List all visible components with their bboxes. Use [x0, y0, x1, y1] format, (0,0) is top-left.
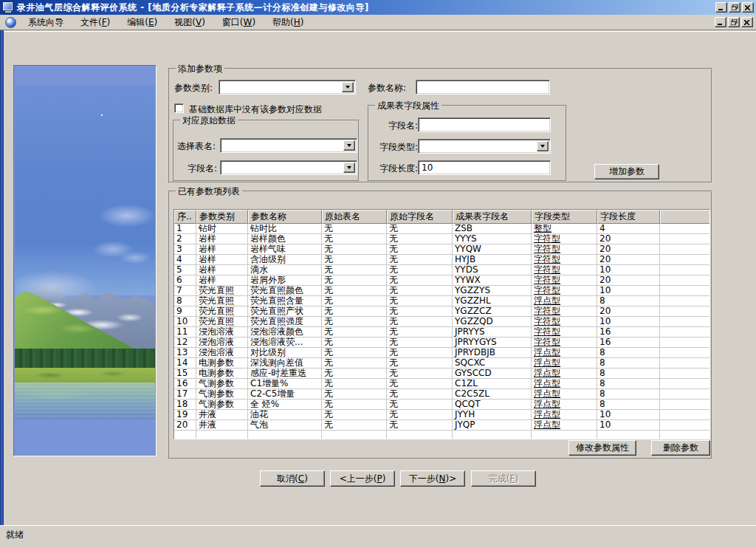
- table-cell: 17: [174, 389, 196, 400]
- minimize-button[interactable]: [715, 2, 727, 13]
- table-cell: 8: [597, 389, 660, 400]
- raw-field-name-select[interactable]: [220, 160, 357, 175]
- table-row[interactable]: 3岩样岩样气味无无YYQW字符型20: [174, 244, 710, 255]
- select-table-select[interactable]: [220, 138, 357, 153]
- table-cell: 无: [387, 420, 453, 431]
- cancel-button[interactable]: 取消(C): [260, 470, 325, 487]
- table-cell: [660, 400, 710, 410]
- table-cell: 无: [322, 379, 387, 389]
- table-row[interactable]: 15电测参数感应-时差重迭无无GYSCCD浮点型8: [174, 369, 710, 379]
- table-row[interactable]: 17气测参数C2-C5增量无无C2C5ZL浮点型8: [174, 389, 710, 400]
- field-type-dropdown-button[interactable]: [537, 141, 549, 151]
- field-type-select[interactable]: [418, 139, 551, 154]
- table-cell: 无: [387, 410, 453, 420]
- finish-button[interactable]: 完成(F): [471, 470, 536, 487]
- table-row[interactable]: 8荧光直照荧光直照含量无无YGZZHL浮点型8: [174, 296, 710, 306]
- column-header-7[interactable]: 字段长度: [597, 210, 660, 224]
- table-cell: 无: [387, 369, 453, 379]
- delete-param-button[interactable]: 删除参数: [651, 440, 710, 456]
- table-cell: 无: [387, 379, 453, 389]
- table-cell: 浸泡溶液颜色: [248, 327, 322, 338]
- mdi-close-button[interactable]: [741, 17, 753, 27]
- mdi-minimize-button[interactable]: [715, 17, 726, 27]
- table-row[interactable]: 1钻时钻时比无无ZSB整型4: [174, 224, 710, 234]
- menu-item-help[interactable]: 帮助(H): [267, 15, 309, 30]
- table-cell: SQCXC: [453, 358, 532, 369]
- menu-item-system-wizard[interactable]: 系统向导: [23, 15, 69, 30]
- window-title: 录井油气层综合解释评价系统 - [地质分析专家解释子系统—计分标准创建与修改向导…: [17, 1, 369, 14]
- table-cell: C2C5ZL: [453, 389, 532, 400]
- table-cell: 无: [387, 400, 453, 410]
- table-row[interactable]: 5岩样滴水无无YYDS字符型10: [174, 265, 710, 275]
- table-row[interactable]: 12浸泡溶液浸泡溶液荧...无无JPRYYGYS字符型16: [174, 338, 710, 348]
- child-window-menu-icon[interactable]: [5, 17, 16, 28]
- monitor-stand: [5, 11, 11, 13]
- table-cell: 油花: [248, 410, 322, 420]
- table-row[interactable]: 19井液油花无无JYYH浮点型10: [174, 410, 710, 420]
- table-cell: C1ZL: [453, 379, 532, 389]
- table-cell: 1: [174, 224, 196, 234]
- table-row[interactable]: 18气测参数全 烃%无无QCQT浮点型8: [174, 400, 710, 410]
- table-cell: 深浅测向差值: [248, 358, 322, 369]
- table-cell: 井液: [196, 420, 248, 431]
- table-cell: 井液: [196, 410, 248, 420]
- table-row[interactable]: 9荧光直照荧光直照产状无无YGZZCZ字符型20: [174, 306, 710, 317]
- column-header-0[interactable]: 序..: [174, 210, 196, 224]
- table-cell: 10: [597, 317, 660, 327]
- table-cell: 9: [174, 306, 196, 317]
- table-cell: 电测参数: [196, 369, 248, 379]
- table-cell: 浮点型: [532, 420, 597, 431]
- no-data-checkbox[interactable]: [174, 103, 184, 113]
- table-row[interactable]: 7荧光直照荧光直照颜色无无YGZZYS字符型10: [174, 286, 710, 296]
- table-cell: 无: [322, 275, 387, 286]
- column-header-5[interactable]: 成果表字段名: [453, 210, 532, 224]
- table-row[interactable]: 11浸泡溶液浸泡溶液颜色无无JPRYYS字符型16: [174, 327, 710, 338]
- table-cell: 无: [322, 317, 387, 327]
- param-name-input[interactable]: [416, 80, 550, 95]
- table-cell: 无: [322, 296, 387, 306]
- photo-canvas: [15, 66, 155, 455]
- menu-item-file[interactable]: 文件(F): [75, 15, 115, 30]
- table-row[interactable]: 2岩样岩样颜色无无YYYS字符型20: [174, 234, 710, 244]
- mdi-restore-button[interactable]: [728, 17, 740, 27]
- table-cell: 8: [597, 379, 660, 389]
- close-button[interactable]: [742, 2, 754, 13]
- table-cell: JPRYYGYS: [453, 338, 532, 348]
- modify-param-button[interactable]: 修改参数属性: [568, 440, 636, 456]
- table-row[interactable]: 20井液气泡无无JYQP浮点型10: [174, 420, 710, 431]
- field-length-input[interactable]: [418, 160, 551, 175]
- param-category-dropdown-button[interactable]: [342, 82, 354, 92]
- menu-item-view[interactable]: 视图(V): [169, 15, 210, 30]
- table-cell: 气测参数: [196, 379, 248, 389]
- table-cell: 15: [174, 369, 196, 379]
- column-header-3[interactable]: 原始表名: [322, 210, 387, 224]
- raw-field-name-dropdown-button[interactable]: [343, 162, 355, 173]
- table-cell: 无: [322, 327, 387, 338]
- table-cell: 字符型: [532, 265, 597, 275]
- table-cell: 岩样: [196, 234, 248, 244]
- table-cell: 无: [322, 224, 387, 234]
- column-header-2[interactable]: 参数名称: [248, 210, 322, 224]
- column-header-1[interactable]: 参数类别: [196, 210, 248, 224]
- param-category-select[interactable]: [219, 80, 356, 95]
- add-param-button[interactable]: 增加参数: [594, 164, 659, 179]
- prev-step-button[interactable]: <上一步(P): [330, 470, 395, 487]
- select-table-dropdown-button[interactable]: [343, 140, 355, 151]
- next-step-button[interactable]: 下一步(N)>: [400, 470, 465, 487]
- table-row[interactable]: 6岩样岩屑外形无无YYWX字符型20: [174, 275, 710, 286]
- table-row[interactable]: 10荧光直照荧光直照强度无无YGZZQD字符型10: [174, 317, 710, 327]
- table-row[interactable]: 14电测参数深浅测向差值无无SQCXC浮点型8: [174, 358, 710, 369]
- menu-item-window[interactable]: 窗口(W): [217, 15, 261, 30]
- column-header-4[interactable]: 原始字段名: [387, 210, 453, 224]
- table-row[interactable]: 4岩样含油级别无无HYJB字符型20: [174, 255, 710, 265]
- table-cell: [660, 296, 710, 306]
- select-table-label: 选择表名:: [177, 140, 216, 153]
- column-header-6[interactable]: 字段类型: [532, 210, 597, 224]
- table-row[interactable]: 16气测参数C1增量%无无C1ZL浮点型8: [174, 379, 710, 389]
- monitor-screen: [3, 2, 13, 10]
- result-field-name-input[interactable]: [418, 117, 551, 132]
- restore-button[interactable]: [729, 2, 740, 13]
- column-header-8[interactable]: [660, 210, 710, 224]
- table-row[interactable]: 13浸泡溶液对比级别无无JPRYDBJB浮点型8: [174, 348, 710, 358]
- menu-item-edit[interactable]: 编辑(E): [122, 15, 162, 30]
